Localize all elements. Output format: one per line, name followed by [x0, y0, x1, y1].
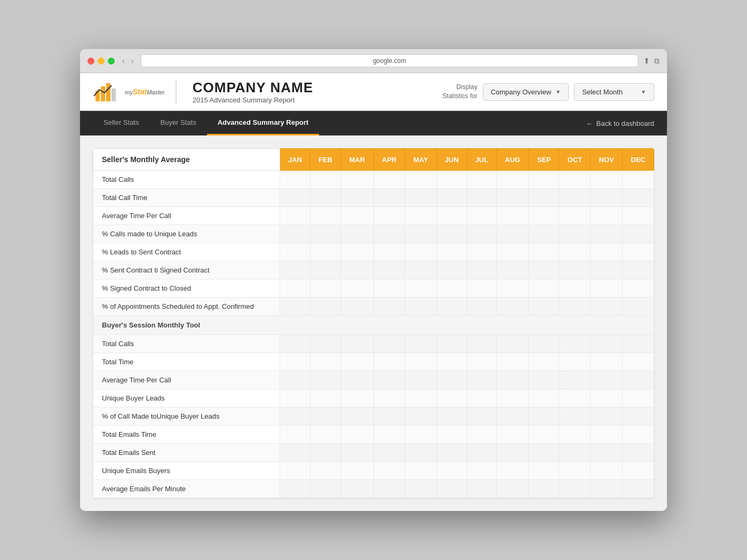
- data-cell: [280, 480, 311, 498]
- section-header-cell: Buyer's Session Monthly Tool: [93, 316, 654, 335]
- data-cell: [374, 480, 405, 498]
- data-cell: [405, 225, 436, 243]
- back-arrow-icon: ←: [586, 119, 593, 127]
- back-to-dashboard-link[interactable]: ← Back to dashboard: [586, 119, 654, 127]
- data-cell: [310, 426, 340, 444]
- col-aug: AUG: [496, 149, 529, 171]
- data-cell: [436, 243, 467, 261]
- data-cell: [374, 171, 405, 189]
- data-cell: [496, 298, 529, 316]
- data-cell: [374, 298, 405, 316]
- data-cell: [340, 462, 374, 480]
- data-cell: [374, 353, 405, 371]
- back-nav-button[interactable]: ‹: [120, 55, 127, 66]
- address-bar[interactable]: google.com: [141, 54, 638, 67]
- data-cell: [340, 207, 374, 225]
- data-cell: [591, 298, 623, 316]
- table-row: % Leads to Sent Contract: [93, 243, 654, 261]
- data-cell: [374, 462, 405, 480]
- data-cell: [591, 279, 623, 298]
- traffic-lights: [88, 58, 115, 65]
- data-cell: [591, 480, 623, 498]
- data-cell: [559, 261, 591, 279]
- data-cell: [467, 243, 496, 261]
- data-cell: [374, 426, 405, 444]
- data-cell: [559, 444, 591, 462]
- data-cell: [340, 189, 374, 207]
- row-label: Total Calls: [93, 335, 280, 353]
- row-label: % Leads to Sent Contract: [93, 243, 280, 261]
- data-cell: [529, 371, 559, 389]
- data-cell: [340, 426, 374, 444]
- data-cell: [310, 335, 340, 353]
- row-label: Total Call Time: [93, 189, 280, 207]
- data-cell: [280, 243, 311, 261]
- col-apr: APR: [374, 149, 405, 171]
- data-cell: [340, 407, 374, 426]
- data-cell: [591, 171, 623, 189]
- data-cell: [280, 261, 311, 279]
- tab-buyer-stats[interactable]: Buyer Stats: [149, 111, 206, 135]
- close-button[interactable]: [88, 58, 94, 65]
- nav-bar: Seller Stats Buyer Stats Advanced Summar…: [80, 111, 667, 135]
- data-cell: [405, 335, 436, 353]
- data-cell: [405, 243, 436, 261]
- row-label: Unique Buyer Leads: [93, 389, 280, 407]
- row-label: % Sent Contract ti Signed Contract: [93, 261, 280, 279]
- forward-nav-button[interactable]: ›: [129, 55, 136, 66]
- data-cell: [559, 207, 591, 225]
- minimize-button[interactable]: [98, 58, 105, 65]
- logo-area: myStatMaster: [93, 80, 177, 104]
- tab-seller-stats[interactable]: Seller Stats: [93, 111, 149, 135]
- table-row: Average Emails Per Minute: [93, 480, 654, 498]
- company-overview-dropdown[interactable]: Company Overview ▼: [483, 83, 569, 101]
- table-row: Average Time Per Call: [93, 371, 654, 389]
- data-cell: [280, 462, 311, 480]
- data-cell: [467, 335, 496, 353]
- select-month-dropdown[interactable]: Select Month ▼: [574, 83, 654, 101]
- data-cell: [374, 444, 405, 462]
- data-cell: [559, 407, 591, 426]
- data-cell: [436, 426, 467, 444]
- row-label: Total Time: [93, 353, 280, 371]
- app-header: myStatMaster COMPANY NAME 2015 Advanced …: [80, 73, 667, 111]
- table-row: Total Calls: [93, 335, 654, 353]
- data-cell: [623, 225, 654, 243]
- data-cell: [559, 335, 591, 353]
- data-cell: [280, 207, 311, 225]
- data-cell: [591, 207, 623, 225]
- data-cell: [559, 353, 591, 371]
- data-cell: [496, 207, 529, 225]
- data-cell: [310, 279, 340, 298]
- data-cell: [623, 243, 654, 261]
- data-cell: [340, 243, 374, 261]
- data-cell: [559, 371, 591, 389]
- share-button[interactable]: ⬆: [643, 57, 650, 66]
- company-overview-label: Company Overview: [491, 88, 551, 96]
- data-cell: [374, 261, 405, 279]
- data-cell: [467, 279, 496, 298]
- data-cell: [310, 243, 340, 261]
- data-cell: [591, 189, 623, 207]
- data-cell: [467, 189, 496, 207]
- data-cell: [280, 189, 311, 207]
- row-label: Total Emails Sent: [93, 444, 280, 462]
- data-cell: [310, 189, 340, 207]
- data-cell: [436, 462, 467, 480]
- data-cell: [467, 225, 496, 243]
- data-cell: [591, 462, 623, 480]
- tab-advanced-summary[interactable]: Advanced Summary Report: [207, 111, 320, 135]
- new-tab-button[interactable]: ⧉: [654, 57, 659, 66]
- data-cell: [405, 171, 436, 189]
- data-cell: [529, 480, 559, 498]
- data-cell: [405, 279, 436, 298]
- data-cell: [467, 462, 496, 480]
- col-may: MAY: [405, 149, 436, 171]
- data-cell: [591, 371, 623, 389]
- data-cell: [623, 335, 654, 353]
- data-cell: [529, 225, 559, 243]
- row-label: % of Call Made toUnique Buyer Leads: [93, 407, 280, 426]
- data-cell: [623, 462, 654, 480]
- maximize-button[interactable]: [108, 58, 115, 65]
- data-cell: [467, 371, 496, 389]
